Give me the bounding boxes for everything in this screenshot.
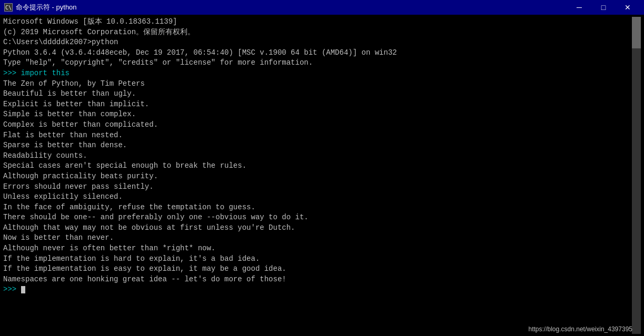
console-line: Although never is often better than *rig… — [3, 243, 632, 254]
console-line: Python 3.6.4 (v3.6.4:d48eceb, Dec 19 201… — [3, 48, 632, 58]
title-bar: C\ 命令提示符 - python ─ □ ✕ — [0, 0, 644, 15]
maximize-button[interactable]: □ — [591, 0, 616, 15]
console-line: Simple is better than complex. — [3, 109, 632, 120]
svg-text:C\: C\ — [5, 5, 12, 11]
scrollbar-thumb[interactable] — [632, 17, 641, 48]
window-title: 命令提示符 - python — [16, 3, 77, 12]
console-line: Explicit is better than implicit. — [3, 99, 632, 110]
console-line: If the implementation is easy to explain… — [3, 264, 632, 274]
cmd-icon: C\ — [4, 3, 13, 12]
scrollbar[interactable] — [632, 17, 641, 334]
console-line: >>> import this — [3, 68, 632, 79]
console-line: Complex is better than complicated. — [3, 120, 632, 130]
console-line: Errors should never pass silently. — [3, 182, 632, 192]
console-area[interactable]: Microsoft Windows [版本 10.0.18363.1139](c… — [0, 15, 644, 336]
console-line: If the implementation is hard to explain… — [3, 254, 632, 264]
console-line: Microsoft Windows [版本 10.0.18363.1139] — [3, 17, 632, 27]
console-line: Although that way may not be obvious at … — [3, 223, 632, 233]
console-line: Unless explicitly silenced. — [3, 192, 632, 202]
console-line: Now is better than never. — [3, 233, 632, 243]
title-bar-left: C\ 命令提示符 - python — [4, 3, 77, 12]
console-line: Special cases aren't special enough to b… — [3, 161, 632, 171]
cmd-window: C\ 命令提示符 - python ─ □ ✕ Microsoft Window… — [0, 0, 644, 336]
console-line: Beautiful is better than ugly. — [3, 89, 632, 99]
console-line: In the face of ambiguity, refuse the tem… — [3, 202, 632, 213]
console-line: Sparse is better than dense. — [3, 140, 632, 151]
watermark: https://blog.csdn.net/weixin_4397395 — [529, 325, 632, 333]
console-line: (c) 2019 Microsoft Corporation。保留所有权利。 — [3, 27, 632, 38]
console-line: Although practicality beats purity. — [3, 171, 632, 182]
console-line: C:\Users\dddddk2007>python — [3, 37, 632, 48]
console-line: There should be one-- and preferably onl… — [3, 212, 632, 223]
console-content: Microsoft Windows [版本 10.0.18363.1139](c… — [3, 17, 632, 334]
console-line: The Zen of Python, by Tim Peters — [3, 79, 632, 89]
console-line: >>> — [3, 284, 632, 295]
close-button[interactable]: ✕ — [616, 0, 640, 15]
console-line: Type "help", "copyright", "credits" or "… — [3, 58, 632, 68]
console-line: Readability counts. — [3, 151, 632, 161]
console-line: Flat is better than nested. — [3, 130, 632, 141]
console-line: Namespaces are one honking great idea --… — [3, 274, 632, 285]
window-controls: ─ □ ✕ — [567, 0, 640, 15]
cursor-block — [21, 286, 25, 293]
minimize-button[interactable]: ─ — [567, 0, 591, 15]
